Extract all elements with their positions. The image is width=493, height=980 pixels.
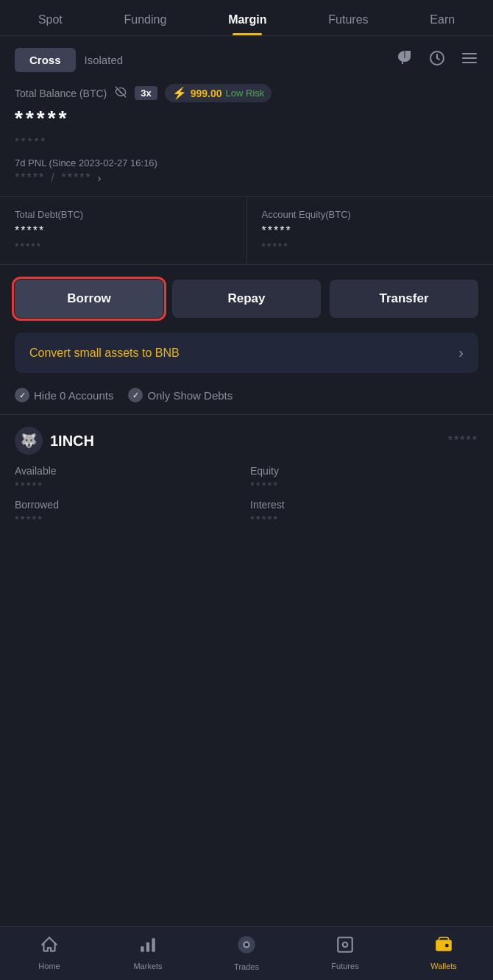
pnl-arrow-icon[interactable]: › xyxy=(98,172,103,184)
show-debts-check-icon: ✓ xyxy=(128,388,143,402)
show-debts-filter[interactable]: ✓ Only Show Debts xyxy=(128,388,233,402)
equity-detail-label: Equity xyxy=(250,465,478,477)
coin-info: 🐺 1INCH xyxy=(15,427,94,455)
futures-label: Futures xyxy=(331,962,358,970)
convert-banner[interactable]: Convert small assets to BNB › xyxy=(15,333,478,373)
repay-button[interactable]: Repay xyxy=(172,280,321,318)
tab-futures[interactable]: Futures xyxy=(328,13,368,35)
borrow-button[interactable]: Borrow xyxy=(15,280,163,318)
markets-icon xyxy=(138,935,157,959)
coin-logo: 🐺 xyxy=(15,427,43,455)
debt-column: Total Debt(BTC) ***** ***** xyxy=(0,197,247,264)
tab-funding[interactable]: Funding xyxy=(124,13,167,35)
equity-value: ***** xyxy=(262,224,479,238)
wallets-label: Wallets xyxy=(430,962,457,970)
equity-label: Account Equity(BTC) xyxy=(262,209,479,220)
show-debts-label: Only Show Debts xyxy=(147,389,233,402)
bottom-nav-trades[interactable]: Trades xyxy=(197,934,296,971)
borrowed-value: ***** xyxy=(15,513,243,525)
tab-spot[interactable]: Spot xyxy=(38,13,63,35)
svg-rect-2 xyxy=(146,942,149,952)
svg-rect-10 xyxy=(445,944,448,947)
bottom-nav: Home Markets Trades Future xyxy=(0,926,493,980)
pnl-slash: / xyxy=(51,171,55,185)
convert-arrow-icon: › xyxy=(458,344,464,361)
markets-label: Markets xyxy=(133,962,162,970)
available-label: Available xyxy=(15,465,243,477)
risk-value: 999.00 xyxy=(191,88,222,99)
interest-item: Interest ***** xyxy=(250,499,478,525)
debt-equity-row: Total Debt(BTC) ***** ***** Account Equi… xyxy=(0,196,493,265)
tab-earn[interactable]: Earn xyxy=(430,13,455,35)
debt-secondary: ***** xyxy=(15,241,232,252)
debt-label: Total Debt(BTC) xyxy=(15,209,232,220)
coin-details: Available ***** Equity ***** Borrowed **… xyxy=(15,465,478,525)
coin-name: 1INCH xyxy=(50,433,94,450)
hide-accounts-filter[interactable]: ✓ Hide 0 Accounts xyxy=(15,388,113,402)
interest-value: ***** xyxy=(250,513,478,525)
borrowed-label: Borrowed xyxy=(15,499,243,511)
bottom-nav-home[interactable]: Home xyxy=(0,935,99,970)
transfer-button[interactable]: Transfer xyxy=(330,280,478,318)
risk-label: Low Risk xyxy=(226,88,265,99)
trades-label: Trades xyxy=(234,962,259,971)
equity-secondary: ***** xyxy=(262,241,479,252)
home-label: Home xyxy=(38,962,60,970)
plant-icon-button[interactable] xyxy=(396,49,414,71)
trades-icon xyxy=(236,934,257,959)
hide-accounts-label: Hide 0 Accounts xyxy=(34,389,113,402)
debt-value: ***** xyxy=(15,224,232,238)
svg-rect-3 xyxy=(152,938,155,951)
isolated-button[interactable]: Isolated xyxy=(85,54,124,66)
cross-button[interactable]: Cross xyxy=(15,48,76,72)
coin-section-1inch: 🐺 1INCH ***** Available ***** Equity ***… xyxy=(0,414,493,537)
eye-icon[interactable] xyxy=(114,85,127,102)
pnl-row: ***** / ***** › xyxy=(15,171,478,185)
pnl-label: 7d PNL (Since 2023-02-27 16:16) xyxy=(15,157,478,168)
account-type-row: Cross Isolated xyxy=(0,36,493,84)
risk-icon: ⚡ xyxy=(172,86,187,100)
svg-point-8 xyxy=(343,942,348,948)
bottom-nav-markets[interactable]: Markets xyxy=(99,935,197,970)
hide-accounts-check-icon: ✓ xyxy=(15,388,29,402)
available-value: ***** xyxy=(15,479,243,491)
borrowed-item: Borrowed ***** xyxy=(15,499,243,525)
equity-detail-value: ***** xyxy=(250,479,478,491)
pnl-right: ***** xyxy=(62,171,92,185)
futures-icon xyxy=(336,935,355,959)
top-nav: Spot Funding Margin Futures Earn xyxy=(0,0,493,35)
balance-main-value: ***** xyxy=(15,107,478,130)
leverage-badge: 3x xyxy=(135,86,157,100)
balance-label: Total Balance (BTC) xyxy=(15,88,107,99)
coin-total-balance: ***** xyxy=(448,434,478,447)
svg-rect-1 xyxy=(141,946,143,952)
available-item: Available ***** xyxy=(15,465,243,491)
pnl-left: ***** xyxy=(15,171,45,185)
convert-text: Convert small assets to BNB xyxy=(29,347,180,360)
risk-badge: ⚡ 999.00 Low Risk xyxy=(165,84,272,102)
balance-section: Total Balance (BTC) 3x ⚡ 999.00 Low Risk… xyxy=(0,84,493,196)
filter-row: ✓ Hide 0 Accounts ✓ Only Show Debts xyxy=(0,385,493,414)
wallets-icon xyxy=(434,935,453,959)
settings-icon-button[interactable] xyxy=(461,49,478,71)
svg-point-6 xyxy=(245,943,249,947)
balance-secondary-value: ***** xyxy=(15,135,478,147)
action-buttons: Borrow Repay Transfer xyxy=(0,265,493,333)
tab-margin[interactable]: Margin xyxy=(228,13,266,35)
interest-label: Interest xyxy=(250,499,478,511)
svg-rect-9 xyxy=(436,940,452,951)
equity-item: Equity ***** xyxy=(250,465,478,491)
bottom-nav-futures[interactable]: Futures xyxy=(296,935,394,970)
bottom-nav-wallets[interactable]: Wallets xyxy=(394,935,493,970)
equity-column: Account Equity(BTC) ***** ***** xyxy=(247,197,494,264)
history-icon-button[interactable] xyxy=(428,49,446,71)
svg-rect-7 xyxy=(338,937,352,952)
coin-logo-icon: 🐺 xyxy=(21,433,37,449)
home-icon xyxy=(40,935,59,959)
